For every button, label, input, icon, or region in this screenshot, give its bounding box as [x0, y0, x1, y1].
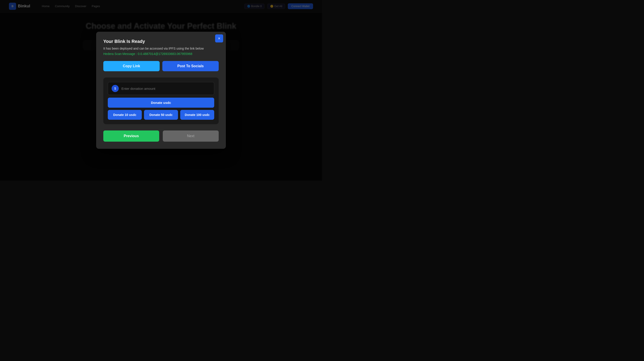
donate-main-button[interactable]: Donate usdc [108, 98, 214, 108]
donate-100-button[interactable]: Donate 100 usdc [180, 110, 214, 120]
modal-container: × Your Blink Is Ready It has been deploy… [96, 32, 226, 149]
modal-description: It has been deployed and can be accessed… [103, 47, 219, 50]
post-to-socials-button[interactable]: Post To Socials [162, 61, 219, 71]
modal-footer: Previous Next [103, 130, 219, 142]
donate-50-button[interactable]: Donate 50 usdc [144, 110, 178, 120]
donation-amount-input[interactable] [122, 87, 210, 90]
donate-options-grid: Donate 10 usdc Donate 50 usdc Donate 100… [108, 110, 214, 120]
previous-button[interactable]: Previous [103, 130, 159, 142]
modal-title: Your Blink Is Ready [103, 39, 219, 44]
donation-input-wrapper: $ [108, 82, 214, 95]
modal-actions: Copy Link Post To Socials [103, 61, 219, 71]
copy-link-button[interactable]: Copy Link [103, 61, 160, 71]
blink-preview-card: $ Donate usdc Donate 10 usdc Donate 50 u… [103, 77, 219, 124]
hedera-scan-link[interactable]: Hedera Scan Message : 0.0.4887014@172693… [103, 52, 219, 56]
modal-overlay: × Your Blink Is Ready It has been deploy… [0, 0, 322, 180]
modal-close-button[interactable]: × [215, 34, 223, 42]
next-button[interactable]: Next [163, 130, 219, 142]
donate-10-button[interactable]: Donate 10 usdc [108, 110, 142, 120]
dollar-icon: $ [112, 85, 119, 92]
